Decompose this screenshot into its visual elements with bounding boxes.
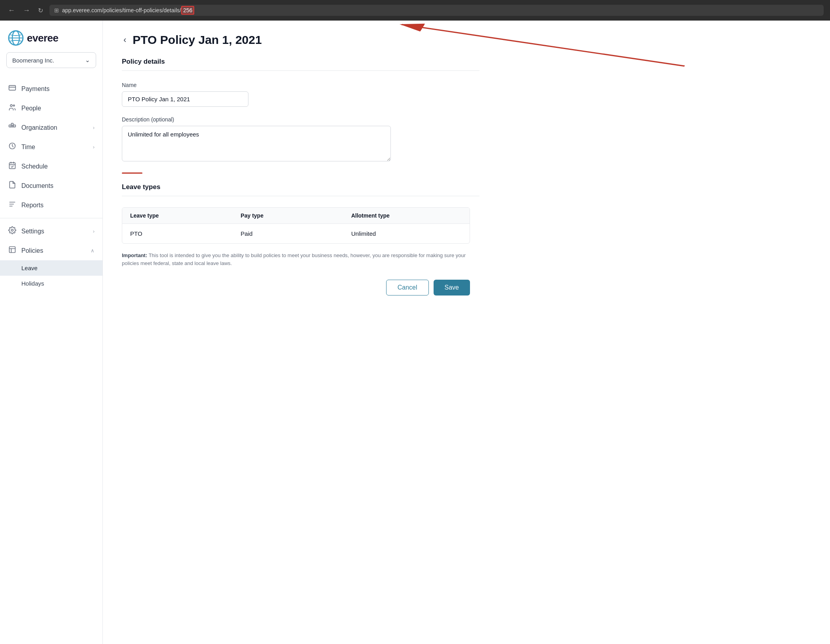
time-label: Time: [21, 144, 88, 151]
sidebar-nav: Payments People Organization ›: [0, 76, 102, 644]
page-title: PTO Policy Jan 1, 2021: [133, 33, 262, 47]
policies-icon: [8, 246, 17, 256]
url-before: app.everee.com/policies/time-off-policie…: [62, 7, 181, 13]
table-header-row: Leave type Pay type Allotment type: [122, 208, 470, 224]
leave-type-cell: PTO: [130, 230, 241, 237]
organization-chevron-icon: ›: [93, 125, 95, 131]
page-header: ‹ PTO Policy Jan 1, 2021: [122, 33, 479, 47]
sidebar-item-documents[interactable]: Documents: [0, 176, 102, 195]
table-header-leave-type: Leave type: [130, 212, 241, 219]
settings-icon: [8, 226, 17, 236]
reports-label: Reports: [21, 202, 95, 209]
important-note-text: This tool is intended to give you the ab…: [122, 252, 466, 266]
name-input[interactable]: [122, 91, 248, 107]
sidebar-item-leave[interactable]: Leave: [0, 260, 102, 276]
company-selector[interactable]: Boomerang Inc. ⌄: [6, 52, 96, 68]
documents-label: Documents: [21, 182, 95, 189]
organization-icon: [8, 123, 17, 133]
everee-logo-icon: [8, 30, 24, 46]
policies-chevron-icon: ∧: [91, 248, 95, 254]
address-bar-icon: ⊞: [54, 7, 59, 13]
svg-rect-21: [9, 247, 15, 253]
settings-label: Settings: [21, 228, 88, 235]
sidebar-item-settings[interactable]: Settings ›: [0, 222, 102, 241]
policy-details-heading: Policy details: [122, 58, 479, 66]
sidebar-item-payments[interactable]: Payments: [0, 79, 102, 98]
refresh-button[interactable]: ↻: [36, 5, 45, 16]
schedule-label: Schedule: [21, 163, 95, 170]
description-form-group: Description (optional) Unlimited for all…: [122, 116, 479, 163]
sidebar-divider: [0, 218, 102, 218]
people-label: People: [21, 105, 95, 112]
app-layout: everee Boomerang Inc. ⌄ Payments People: [0, 21, 830, 644]
sidebar-item-policies[interactable]: Policies ∧: [0, 241, 102, 260]
schedule-icon: [8, 161, 17, 171]
sidebar: everee Boomerang Inc. ⌄ Payments People: [0, 21, 103, 644]
red-divider: [122, 172, 142, 174]
svg-point-5: [10, 104, 12, 106]
address-bar-text: app.everee.com/policies/time-off-policie…: [62, 7, 819, 13]
content-inner: ‹ PTO Policy Jan 1, 2021 Policy details …: [103, 21, 498, 319]
sidebar-item-holidays[interactable]: Holidays: [0, 276, 102, 291]
organization-label: Organization: [21, 124, 88, 131]
back-button[interactable]: ‹: [122, 34, 128, 46]
name-label: Name: [122, 82, 479, 88]
sidebar-item-time[interactable]: Time ›: [0, 137, 102, 157]
forward-nav-button[interactable]: →: [21, 5, 32, 15]
browser-chrome: ← → ↻ ⊞ app.everee.com/policies/time-off…: [0, 0, 830, 21]
allotment-type-cell: Unlimited: [351, 230, 462, 237]
logo-text: everee: [27, 32, 58, 44]
leave-types-section: Leave types Leave type Pay type Allotmen…: [122, 183, 479, 295]
svg-point-20: [11, 229, 13, 231]
policy-details-divider: [122, 70, 479, 71]
people-icon: [8, 103, 17, 113]
company-name: Boomerang Inc.: [12, 57, 54, 64]
documents-icon: [8, 181, 17, 191]
description-label: Description (optional): [122, 116, 479, 123]
address-bar[interactable]: ⊞ app.everee.com/policies/time-off-polic…: [49, 5, 824, 16]
description-textarea[interactable]: Unlimited for all employees: [122, 126, 391, 161]
reports-icon: [8, 200, 17, 210]
table-header-allotment-type: Allotment type: [351, 212, 462, 219]
cancel-button[interactable]: Cancel: [386, 280, 429, 295]
sidebar-item-reports[interactable]: Reports: [0, 195, 102, 215]
pay-type-cell: Paid: [241, 230, 351, 237]
sidebar-logo: everee: [0, 21, 102, 52]
table-header-pay-type: Pay type: [241, 212, 351, 219]
important-bold: Important:: [122, 252, 147, 258]
name-form-group: Name: [122, 82, 479, 107]
sidebar-item-schedule[interactable]: Schedule: [0, 157, 102, 176]
sidebar-item-organization[interactable]: Organization ›: [0, 118, 102, 137]
leave-label: Leave: [21, 265, 38, 271]
url-highlight: 256: [181, 6, 194, 15]
svg-point-6: [13, 105, 15, 106]
policy-details-section: Policy details Name Description (optiona…: [122, 58, 479, 163]
table-row: PTO Paid Unlimited: [122, 224, 470, 243]
company-chevron-icon: ⌄: [85, 57, 90, 64]
important-note: Important: This tool is intended to give…: [122, 252, 470, 267]
policies-label: Policies: [21, 247, 86, 254]
payments-label: Payments: [21, 85, 95, 93]
leave-types-divider: [122, 196, 479, 196]
payments-icon: [8, 84, 17, 94]
time-chevron-icon: ›: [93, 144, 95, 150]
save-button[interactable]: Save: [434, 280, 470, 295]
leave-types-heading: Leave types: [122, 183, 479, 191]
sidebar-item-people[interactable]: People: [0, 98, 102, 118]
time-icon: [8, 142, 17, 152]
settings-chevron-icon: ›: [93, 228, 95, 234]
svg-rect-13: [9, 163, 15, 169]
main-content: ‹ PTO Policy Jan 1, 2021 Policy details …: [103, 21, 830, 644]
svg-rect-3: [9, 85, 16, 90]
holidays-label: Holidays: [21, 280, 44, 287]
back-nav-button[interactable]: ←: [6, 5, 17, 15]
leave-types-table: Leave type Pay type Allotment type PTO P…: [122, 207, 470, 244]
footer-buttons: Cancel Save: [122, 280, 470, 295]
